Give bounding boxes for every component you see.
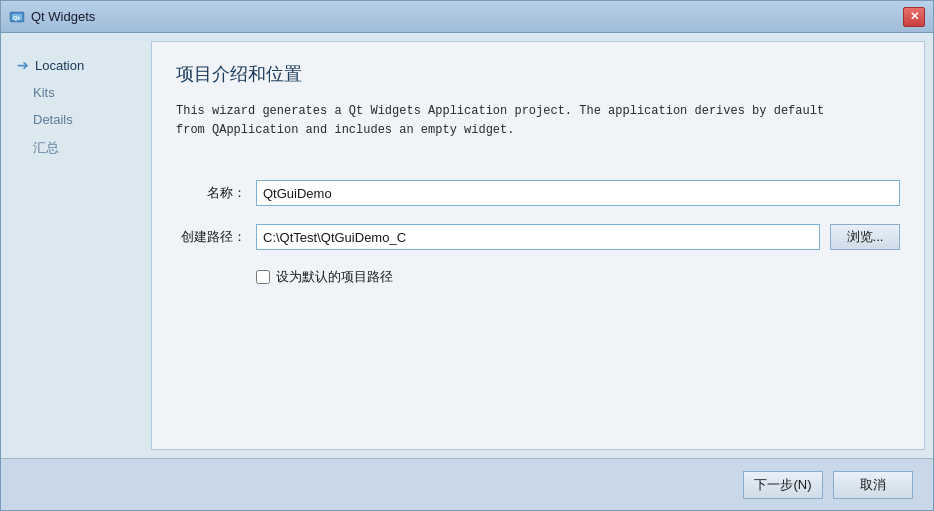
cancel-button[interactable]: 取消 bbox=[833, 471, 913, 499]
sidebar-item-label-summary: 汇总 bbox=[33, 139, 59, 157]
sidebar-item-label-details: Details bbox=[33, 112, 73, 127]
description-line1: This wizard generates a Qt Widgets Appli… bbox=[176, 104, 824, 118]
name-row: 名称： bbox=[176, 180, 900, 206]
default-path-checkbox[interactable] bbox=[256, 270, 270, 284]
panel-title: 项目介绍和位置 bbox=[176, 62, 900, 86]
sidebar-item-summary[interactable]: 汇总 bbox=[11, 135, 141, 161]
right-panel: 项目介绍和位置 This wizard generates a Qt Widge… bbox=[151, 41, 925, 450]
path-input[interactable] bbox=[256, 224, 820, 250]
sidebar-item-details[interactable]: Details bbox=[11, 108, 141, 131]
path-row: 创建路径： 浏览... bbox=[176, 224, 900, 250]
close-button[interactable]: ✕ bbox=[903, 7, 925, 27]
footer: 下一步(N) 取消 bbox=[1, 458, 933, 510]
path-label: 创建路径： bbox=[176, 228, 246, 246]
browse-button[interactable]: 浏览... bbox=[830, 224, 900, 250]
description-line2: from QApplication and includes an empty … bbox=[176, 123, 514, 137]
default-path-label[interactable]: 设为默认的项目路径 bbox=[276, 268, 393, 286]
next-button[interactable]: 下一步(N) bbox=[743, 471, 823, 499]
svg-text:Qt: Qt bbox=[13, 15, 20, 21]
name-input[interactable] bbox=[256, 180, 900, 206]
name-label: 名称： bbox=[176, 184, 246, 202]
title-bar-left: Qt Qt Widgets bbox=[9, 9, 95, 25]
checkbox-row: 设为默认的项目路径 bbox=[256, 268, 900, 286]
main-body: ➔ Location Kits Details 汇总 项目介绍和位置 This … bbox=[1, 33, 933, 458]
sidebar-item-kits[interactable]: Kits bbox=[11, 81, 141, 104]
form-section: 名称： 创建路径： 浏览... 设为默认的项目路径 bbox=[176, 180, 900, 286]
sidebar-item-location[interactable]: ➔ Location bbox=[11, 53, 141, 77]
arrow-right-icon: ➔ bbox=[17, 57, 29, 73]
window-title: Qt Widgets bbox=[31, 9, 95, 24]
title-bar: Qt Qt Widgets ✕ bbox=[1, 1, 933, 33]
main-window: Qt Qt Widgets ✕ ➔ Location Kits Details … bbox=[0, 0, 934, 511]
description-text: This wizard generates a Qt Widgets Appli… bbox=[176, 102, 856, 140]
sidebar: ➔ Location Kits Details 汇总 bbox=[1, 33, 151, 458]
qt-icon: Qt bbox=[9, 9, 25, 25]
sidebar-item-label-location: Location bbox=[35, 58, 84, 73]
sidebar-item-label-kits: Kits bbox=[33, 85, 55, 100]
